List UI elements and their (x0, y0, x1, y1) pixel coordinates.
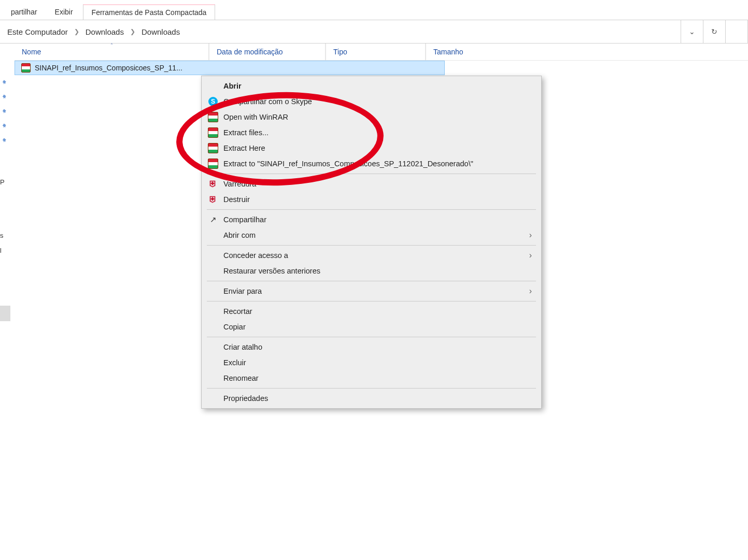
column-header-name[interactable]: ˄ Nome (15, 44, 209, 60)
menu-item-extract-to[interactable]: Extract to "SINAPI_ref_Insumos_Composico… (202, 156, 541, 171)
winrar-icon (208, 127, 218, 138)
menu-item-give-access-label: Conceder acesso a (223, 251, 525, 260)
pin-icon (1, 121, 9, 129)
menu-item-open-label: Abrir (223, 82, 532, 90)
column-header-type-label: Tipo (333, 48, 347, 56)
pin-icon (1, 77, 9, 85)
menu-item-send-to-label: Enviar para (223, 287, 525, 295)
menu-separator (207, 337, 536, 337)
menu-item-properties[interactable]: Propriedades (202, 391, 541, 406)
menu-item-share-skype-label: Compartilhar com o Skype (223, 97, 532, 106)
menu-item-shred-label: Destruir (223, 195, 532, 204)
menu-item-extract-to-label: Extract to "SINAPI_ref_Insumos_Composico… (223, 160, 532, 168)
menu-item-extract-here[interactable]: Extract Here (202, 140, 541, 156)
file-list: SINAPI_ref_Insumos_Composicoes_SP_11... (15, 61, 748, 75)
menu-separator (207, 174, 536, 174)
menu-item-send-to[interactable]: Enviar para › (202, 283, 541, 299)
submenu-arrow-icon: › (529, 286, 532, 296)
address-controls: ⌄ ↻ (681, 20, 748, 43)
menu-item-open[interactable]: Abrir (202, 78, 541, 94)
column-header-type[interactable]: Tipo (326, 44, 426, 60)
column-header-size[interactable]: Tamanho (426, 44, 499, 60)
breadcrumb-downloads-2[interactable]: Downloads (138, 25, 183, 38)
winrar-icon (208, 112, 218, 122)
pin-icon (1, 106, 9, 114)
mcafee-icon: ⛨ (208, 194, 218, 205)
winrar-icon (208, 159, 218, 169)
column-header-size-label: Tamanho (433, 48, 463, 56)
refresh-button[interactable]: ↻ (703, 20, 725, 43)
menu-item-restore-versions-label: Restaurar versões anteriores (223, 267, 532, 275)
breadcrumbs[interactable]: Este Computador ❯ Downloads ❯ Downloads (0, 20, 681, 43)
breadcrumb-this-pc[interactable]: Este Computador (4, 25, 71, 38)
mcafee-icon: ⛨ (208, 179, 218, 189)
share-icon: ↗ (208, 214, 218, 225)
ribbon-tabs: partilhar Exibir Ferramentas de Pasta Co… (0, 0, 748, 20)
column-header-date[interactable]: Data de modificação (209, 44, 326, 60)
menu-separator (207, 388, 536, 389)
menu-item-restore-versions[interactable]: Restaurar versões anteriores (202, 263, 541, 279)
file-row-selected[interactable]: SINAPI_ref_Insumos_Composicoes_SP_11... (15, 61, 445, 75)
menu-separator (207, 281, 536, 281)
menu-item-copy-label: Copiar (223, 323, 532, 331)
menu-item-scan-label: Varredura (223, 180, 532, 188)
menu-item-rename-label: Renomear (223, 374, 532, 382)
ribbon-tab-view[interactable]: Exibir (46, 4, 82, 20)
address-right-spacer (725, 20, 748, 43)
pin-icon (1, 135, 9, 143)
sort-caret-icon: ˄ (110, 42, 113, 48)
ribbon-tab-share[interactable]: partilhar (2, 4, 46, 20)
chevron-right-icon: ❯ (74, 28, 79, 35)
menu-item-rename[interactable]: Renomear (202, 370, 541, 386)
refresh-icon: ↻ (711, 27, 717, 36)
chevron-right-icon: ❯ (130, 28, 135, 35)
nav-pane-sliver: P s l (0, 62, 10, 440)
menu-item-cut[interactable]: Recortar (202, 304, 541, 319)
column-header-name-label: Nome (22, 48, 41, 56)
address-bar: Este Computador ❯ Downloads ❯ Downloads … (0, 20, 748, 44)
skype-icon: S (208, 96, 218, 107)
submenu-arrow-icon: › (529, 231, 532, 240)
menu-item-cut-label: Recortar (223, 307, 532, 315)
pin-icon (1, 92, 9, 100)
column-headers: ˄ Nome Data de modificação Tipo Tamanho (15, 44, 748, 61)
menu-item-open-with-label: Abrir com (223, 231, 525, 239)
menu-item-copy[interactable]: Copiar (202, 319, 541, 335)
ribbon-tab-compressed-tools[interactable]: Ferramentas de Pasta Compactada (83, 4, 216, 20)
menu-separator (207, 209, 536, 210)
menu-separator (207, 245, 536, 246)
nav-label-fragment[interactable]: P (0, 178, 9, 186)
nav-label-fragment[interactable]: l (0, 247, 9, 254)
context-menu: Abrir S Compartilhar com o Skype Open wi… (201, 76, 542, 409)
menu-item-give-access[interactable]: Conceder acesso a › (202, 248, 541, 263)
file-name-label: SINAPI_ref_Insumos_Composicoes_SP_11... (35, 64, 444, 72)
menu-item-properties-label: Propriedades (223, 394, 532, 403)
menu-item-shred[interactable]: ⛨ Destruir (202, 192, 541, 207)
address-dropdown-button[interactable]: ⌄ (681, 20, 703, 43)
breadcrumb-downloads-1[interactable]: Downloads (82, 25, 127, 38)
submenu-arrow-icon: › (529, 251, 532, 260)
menu-item-share-skype[interactable]: S Compartilhar com o Skype (202, 94, 541, 109)
menu-item-delete-label: Excluir (223, 358, 532, 367)
menu-item-extract-files-label: Extract files... (223, 128, 532, 137)
menu-item-share-label: Compartilhar (223, 216, 532, 224)
nav-scroll-thumb[interactable] (0, 306, 10, 321)
menu-item-open-winrar[interactable]: Open with WinRAR (202, 109, 541, 125)
menu-item-extract-here-label: Extract Here (223, 144, 532, 152)
chevron-down-icon: ⌄ (689, 27, 695, 36)
menu-item-open-winrar-label: Open with WinRAR (223, 113, 532, 121)
menu-separator (207, 301, 536, 301)
rar-file-icon (21, 63, 31, 73)
column-header-date-label: Data de modificação (217, 48, 283, 56)
menu-item-delete[interactable]: Excluir (202, 355, 541, 370)
nav-label-fragment[interactable]: s (0, 232, 9, 239)
menu-item-open-with[interactable]: Abrir com › (202, 227, 541, 243)
menu-item-scan[interactable]: ⛨ Varredura (202, 176, 541, 192)
menu-item-create-shortcut-label: Criar atalho (223, 343, 532, 351)
menu-item-create-shortcut[interactable]: Criar atalho (202, 339, 541, 355)
winrar-icon (208, 143, 218, 153)
menu-item-extract-files[interactable]: Extract files... (202, 125, 541, 140)
menu-item-share[interactable]: ↗ Compartilhar (202, 212, 541, 227)
